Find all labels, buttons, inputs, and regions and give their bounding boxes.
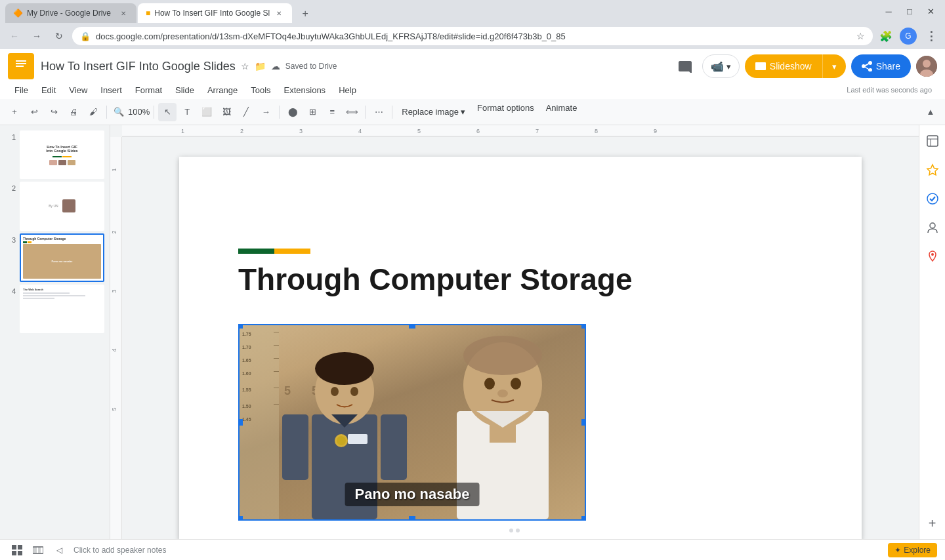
paint-format-btn[interactable]: 🖌 <box>84 103 102 121</box>
reload-button[interactable]: ↻ <box>50 27 68 45</box>
handle-top-right[interactable] <box>581 324 586 329</box>
slide-thumb-2[interactable]: 2 By UN <box>5 182 104 230</box>
contacts-sidebar-btn[interactable] <box>922 217 943 238</box>
new-tab-button[interactable]: + <box>296 5 314 23</box>
svg-point-39 <box>497 390 508 397</box>
cursor-btn[interactable]: ↖ <box>158 103 177 121</box>
slide-thumb-3[interactable]: 3 Through Computer Storage Pano mo nasab… <box>5 233 104 282</box>
menu-tools[interactable]: Tools <box>244 83 277 98</box>
window-maximize[interactable]: □ <box>900 2 919 20</box>
zoom-btn[interactable]: 🔍 <box>111 107 127 117</box>
user-avatar[interactable] <box>916 56 937 77</box>
svg-text:9: 9 <box>654 128 657 134</box>
hide-panel-btn[interactable]: ◁ <box>50 541 68 559</box>
more-btn[interactable]: ⋮ <box>921 27 940 45</box>
image-btn[interactable]: 🖼 <box>217 103 236 121</box>
more-tools-btn[interactable]: ⋯ <box>369 103 388 121</box>
menu-arrange[interactable]: Arrange <box>201 83 244 98</box>
filmstrip-btn[interactable] <box>29 541 47 559</box>
sheets-sidebar-btn[interactable] <box>922 130 943 151</box>
collapse-toolbar-btn[interactable]: ▲ <box>921 103 940 121</box>
format-options-btn[interactable]: Format options <box>472 103 539 121</box>
star-icon[interactable]: ☆ <box>241 61 249 71</box>
bookmark-icon[interactable]: ☆ <box>856 31 865 41</box>
align-btn[interactable]: ≡ <box>323 103 341 121</box>
back-button[interactable]: ← <box>5 27 24 45</box>
svg-rect-30 <box>282 414 308 480</box>
ruler-vertical: 1 2 3 4 5 <box>110 137 122 539</box>
menu-edit[interactable]: Edit <box>35 83 62 98</box>
arrow-btn[interactable]: → <box>257 103 275 121</box>
svg-text:4: 4 <box>358 128 362 134</box>
menu-format[interactable]: Format <box>129 83 169 98</box>
menu-help[interactable]: Help <box>332 83 363 98</box>
slide-img-4[interactable]: The Web Search <box>20 285 104 333</box>
maps-sidebar-btn[interactable] <box>922 246 943 267</box>
divider-3 <box>279 106 280 119</box>
slides-app: How To Insert GIF Into Google Slides ☆ 📁… <box>0 49 945 560</box>
slide-img-3[interactable]: Through Computer Storage Pano mo nasabe <box>20 233 104 282</box>
handle-right-center[interactable] <box>581 419 586 426</box>
slideshow-dropdown-button[interactable]: ▾ <box>822 54 846 78</box>
tab-drive[interactable]: 🔶 My Drive - Google Drive ✕ <box>5 3 136 23</box>
text-box-btn[interactable]: T <box>178 103 196 121</box>
explore-btn[interactable]: ✦ Explore <box>888 543 937 557</box>
zoom-icon: 🔍 <box>114 107 124 117</box>
svg-text:1: 1 <box>181 128 184 134</box>
gif-image-container[interactable]: 1.75 1.70 1.65 1.60 1.55 1.50 1.45 <box>238 324 586 521</box>
drive-icon[interactable]: 📁 <box>255 61 266 71</box>
animate-btn[interactable]: Animate <box>541 103 583 121</box>
redo-btn[interactable]: ↪ <box>45 103 63 121</box>
menu-slide[interactable]: Slide <box>169 83 201 98</box>
comment-button[interactable] <box>673 54 697 78</box>
svg-point-36 <box>463 336 542 375</box>
menu-insert[interactable]: Insert <box>94 83 129 98</box>
app-logo[interactable] <box>8 53 34 79</box>
undo-btn[interactable]: ↩ <box>25 103 43 121</box>
meet-button[interactable]: 📹 ▾ <box>702 54 740 78</box>
menu-extensions[interactable]: Extensions <box>278 83 333 98</box>
print-btn[interactable]: 🖨 <box>64 103 83 121</box>
address-bar[interactable]: 🔒 docs.google.com/presentation/d/13sm-dX… <box>72 27 873 45</box>
tasks-sidebar-btn[interactable] <box>922 188 943 209</box>
add-addon-btn[interactable]: + <box>922 513 943 534</box>
extensions-btn[interactable]: 🧩 <box>877 27 895 45</box>
line-btn[interactable]: ╱ <box>237 103 255 121</box>
handle-bottom-right[interactable] <box>581 516 586 521</box>
slide-thumb-4[interactable]: 4 The Web Search <box>5 285 104 333</box>
distribute-btn[interactable]: ⟺ <box>343 103 361 121</box>
share-button[interactable]: Share <box>851 54 911 78</box>
grid-view-btn[interactable] <box>8 541 26 559</box>
background-btn[interactable]: ⬤ <box>284 103 302 121</box>
tab-close-slides[interactable]: ✕ <box>274 8 284 18</box>
window-close[interactable]: ✕ <box>921 2 940 20</box>
slide-thumb-1[interactable]: 1 How To Insert GIFInto Google Slides <box>5 130 104 179</box>
window-minimize[interactable]: ─ <box>879 2 898 20</box>
svg-text:4: 4 <box>111 348 117 351</box>
layout-btn[interactable]: ⊞ <box>303 103 322 121</box>
slideshow-button[interactable]: Slideshow <box>745 54 822 78</box>
forward-button[interactable]: → <box>28 27 46 45</box>
replace-image-btn[interactable]: Replace image ▾ <box>396 103 471 121</box>
menu-file[interactable]: File <box>8 83 35 98</box>
shape-btn[interactable]: ⬜ <box>198 103 216 121</box>
keep-sidebar-btn[interactable] <box>922 159 943 180</box>
add-element-btn[interactable]: + <box>5 103 24 121</box>
canvas-scroll-area[interactable]: 1 2 3 4 5 <box>110 137 919 539</box>
handle-bottom-center[interactable] <box>409 516 415 521</box>
speaker-notes-area[interactable]: Click to add speaker notes <box>68 546 888 555</box>
handle-top-left[interactable] <box>238 324 243 329</box>
svg-point-46 <box>930 223 935 228</box>
handle-left-center[interactable] <box>238 419 243 426</box>
tab-slides[interactable]: ■ How To Insert GIF Into Google Sl ✕ <box>138 3 292 23</box>
slide-canvas[interactable]: Through Computer Storage <box>122 137 919 539</box>
svg-rect-53 <box>34 547 37 553</box>
handle-top-center[interactable] <box>409 324 415 329</box>
zoom-value[interactable]: 100% <box>128 107 150 117</box>
handle-bottom-left[interactable] <box>238 516 243 521</box>
menu-view[interactable]: View <box>62 83 94 98</box>
slide-img-2[interactable]: By UN <box>20 182 104 230</box>
tab-close-drive[interactable]: ✕ <box>118 8 129 18</box>
profile-btn[interactable]: G <box>899 27 917 45</box>
slide-img-1[interactable]: How To Insert GIFInto Google Slides <box>20 130 104 179</box>
